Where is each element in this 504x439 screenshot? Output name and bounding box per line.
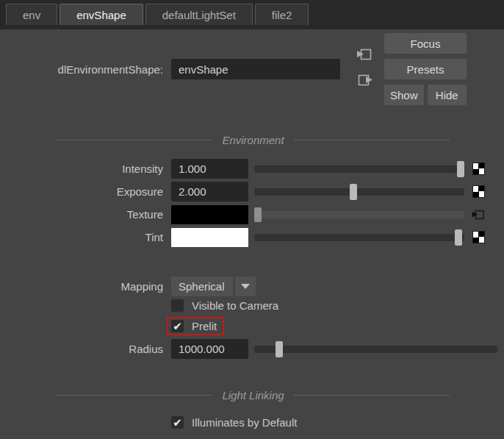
mapping-row: Mapping Spherical	[0, 276, 504, 296]
node-name-input[interactable]	[171, 59, 340, 79]
tab-defaultlightset[interactable]: defaultLightSet	[145, 4, 253, 25]
prelit-row: ✔ Prelit	[0, 317, 504, 335]
tint-row: Tint	[0, 227, 504, 247]
checkmark-icon: ✔	[173, 321, 182, 332]
texture-color-swatch[interactable]	[171, 205, 248, 224]
radius-slider[interactable]	[254, 339, 497, 359]
box-arrow-in-dark-glyph	[471, 207, 486, 222]
slider-track	[254, 211, 464, 218]
illuminates-by-default-label: Illuminates by Default	[192, 416, 297, 429]
divider-line	[57, 140, 212, 140]
attribute-editor-tabbar: env envShape defaultLightSet file2	[0, 0, 504, 29]
show-button[interactable]: Show	[384, 85, 424, 105]
prelit-label: Prelit	[192, 320, 217, 332]
slider-handle[interactable]	[455, 229, 462, 246]
texture-slider[interactable]	[254, 204, 464, 224]
intensity-field[interactable]	[171, 159, 248, 179]
divider-line	[294, 140, 450, 140]
exposure-map-checker-icon[interactable]	[472, 185, 485, 198]
focus-button[interactable]: Focus	[384, 33, 467, 54]
tab-env[interactable]: env	[6, 4, 57, 25]
box-arrow-in-glyph	[356, 46, 373, 63]
illuminates-by-default-checkbox[interactable]: ✔	[171, 416, 184, 429]
node-header: dlEnvironmentShape: Focus Presets Show H…	[0, 29, 504, 105]
box-arrow-out-glyph	[356, 71, 373, 89]
tint-label: Tint	[0, 231, 171, 243]
tint-color-swatch[interactable]	[171, 228, 248, 247]
hide-button[interactable]: Hide	[428, 85, 467, 105]
light-linking-section-header: Light Linking	[57, 389, 450, 401]
connect-output-icon[interactable]	[356, 71, 373, 89]
intensity-map-checker-icon[interactable]	[472, 163, 485, 175]
mapping-dropdown-arrow[interactable]	[235, 276, 256, 296]
prelit-checkbox[interactable]: ✔	[171, 320, 184, 332]
intensity-slider[interactable]	[254, 159, 464, 179]
divider-line	[294, 395, 450, 396]
checkmark-icon: ✔	[173, 417, 182, 428]
light-linking-section-title: Light Linking	[222, 389, 284, 401]
radius-label: Radius	[0, 343, 171, 355]
node-type-label: dlEnvironmentShape:	[0, 63, 171, 76]
intensity-row: Intensity	[0, 159, 504, 179]
slider-handle[interactable]	[457, 161, 464, 177]
slider-handle[interactable]	[276, 341, 283, 357]
mapping-value: Spherical	[179, 280, 225, 293]
slider-handle[interactable]	[254, 207, 262, 222]
slider-track	[254, 165, 464, 173]
visible-to-camera-label: Visible to Camera	[192, 299, 278, 312]
mapping-label: Mapping	[0, 280, 171, 293]
exposure-field[interactable]	[171, 182, 248, 201]
texture-label: Texture	[0, 208, 171, 221]
exposure-label: Exposure	[0, 185, 171, 198]
connect-input-icon[interactable]	[356, 46, 373, 63]
tab-file2[interactable]: file2	[255, 4, 309, 25]
texture-connect-icon[interactable]	[471, 207, 486, 222]
tab-envshape[interactable]: envShape	[60, 4, 143, 25]
mapping-dropdown[interactable]: Spherical	[171, 276, 233, 296]
illuminates-by-default-row: ✔ Illuminates by Default	[0, 416, 504, 429]
presets-button[interactable]: Presets	[384, 59, 467, 79]
divider-line	[57, 395, 212, 396]
visible-to-camera-row: Visible to Camera	[0, 299, 504, 312]
exposure-slider[interactable]	[254, 182, 464, 201]
slider-track	[254, 234, 464, 241]
slider-track	[254, 188, 464, 196]
prelit-highlight-box: ✔ Prelit	[167, 317, 224, 335]
radius-field[interactable]	[171, 339, 248, 359]
environment-section-title: Environment	[222, 134, 284, 146]
slider-track	[254, 346, 497, 353]
slider-handle[interactable]	[350, 184, 357, 200]
visible-to-camera-checkbox[interactable]	[171, 299, 184, 312]
tint-slider[interactable]	[254, 227, 464, 247]
tint-map-checker-icon[interactable]	[472, 231, 485, 243]
chevron-down-icon	[241, 284, 250, 289]
environment-section-header: Environment	[57, 134, 450, 146]
intensity-label: Intensity	[0, 163, 171, 175]
radius-row: Radius	[0, 339, 504, 359]
texture-row: Texture	[0, 204, 504, 224]
exposure-row: Exposure	[0, 182, 504, 201]
